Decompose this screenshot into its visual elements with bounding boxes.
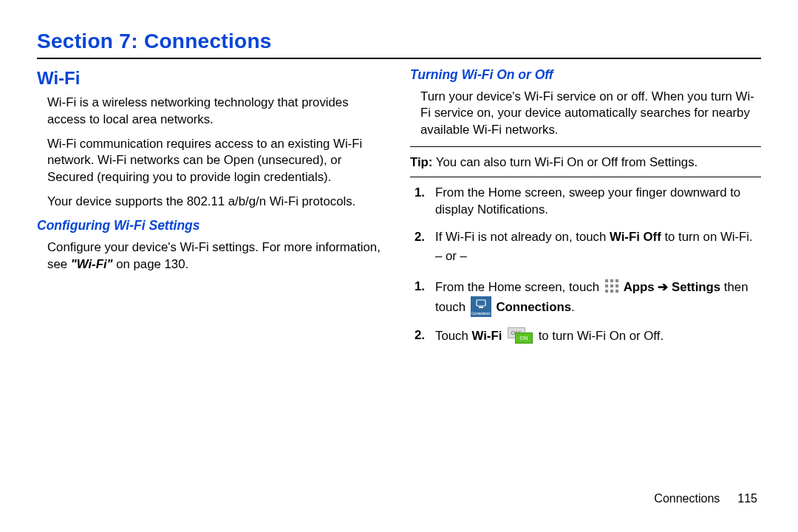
text-run: . [571, 300, 575, 314]
tip-rule-bottom [410, 177, 761, 177]
step-item: 1. From the Home screen, sweep your fing… [410, 185, 761, 218]
steps-list-b: 1. From the Home screen, touch Apps ➔ Se… [410, 279, 761, 344]
step-item: 1. From the Home screen, touch Apps ➔ Se… [410, 279, 761, 317]
svg-rect-5 [615, 284, 618, 287]
subheading-turning-on-off: Turning Wi-Fi On or Off [410, 66, 761, 84]
text-run: From the Home screen, touch [435, 280, 603, 294]
body-paragraph: Turn your device's Wi-Fi service on or o… [410, 89, 761, 139]
connections-tile-label: Connections [471, 311, 491, 316]
svg-rect-1 [610, 279, 613, 282]
body-paragraph: Wi-Fi communication requires access to a… [37, 136, 388, 186]
svg-rect-4 [610, 284, 613, 287]
tip-body: You can also turn Wi-Fi On or Off from S… [432, 155, 698, 169]
svg-rect-10 [479, 307, 483, 308]
ui-label: Apps [621, 280, 658, 294]
steps-list-a: 1. From the Home screen, sweep your fing… [410, 185, 761, 268]
section-title: Section 7: Connections [37, 30, 761, 53]
title-rule [37, 58, 761, 59]
step-item: 2. Touch Wi-Fi OFFON to turn Wi-Fi On or… [410, 327, 761, 345]
step-body: If Wi-Fi is not already on, touch Wi-Fi … [435, 229, 761, 268]
left-column: Wi-Fi Wi-Fi is a wireless networking tec… [37, 66, 388, 355]
two-column-layout: Wi-Fi Wi-Fi is a wireless networking tec… [37, 66, 761, 355]
connections-tile-icon: Connections [471, 296, 491, 317]
arrow-icon: ➔ [658, 280, 668, 294]
step-number: 1. [410, 185, 435, 218]
step-body: Touch Wi-Fi OFFON to turn Wi-Fi On or Of… [435, 327, 761, 345]
heading-wifi: Wi-Fi [37, 66, 388, 90]
step-number: 2. [410, 229, 435, 268]
step-item: 2. If Wi-Fi is not already on, touch Wi-… [410, 229, 761, 268]
text-run: If Wi-Fi is not already on, touch [435, 230, 610, 244]
body-paragraph: Configure your device's Wi-Fi settings. … [37, 239, 388, 273]
svg-rect-6 [605, 290, 608, 293]
text-run: to turn Wi-Fi On or Off. [535, 329, 664, 343]
apps-grid-icon [604, 279, 619, 293]
step-body: From the Home screen, sweep your finger … [435, 185, 761, 218]
page-footer: Connections115 [654, 492, 757, 505]
step-number: 2. [410, 327, 435, 345]
body-paragraph: Wi-Fi is a wireless networking technolog… [37, 95, 388, 128]
cross-ref: "Wi-Fi" [71, 257, 113, 271]
text-run: on page 130. [113, 257, 189, 271]
subheading-configuring: Configuring Wi-Fi Settings [37, 217, 388, 235]
tip-label: Tip: [410, 155, 432, 169]
wifi-toggle-icon: OFFON [508, 327, 533, 344]
svg-rect-2 [615, 279, 618, 282]
step-number: 1. [410, 279, 435, 317]
text-run: to turn on Wi-Fi. [661, 230, 753, 244]
page: Section 7: Connections Wi-Fi Wi-Fi is a … [0, 0, 798, 532]
toggle-on-segment: ON [515, 332, 533, 344]
body-paragraph: Your device supports the 802.11 a/b/g/n … [37, 194, 388, 211]
right-column: Turning Wi-Fi On or Off Turn your device… [410, 66, 761, 355]
svg-rect-8 [615, 290, 618, 293]
footer-section-label: Connections [654, 492, 720, 505]
svg-rect-9 [477, 300, 485, 306]
svg-rect-7 [610, 290, 613, 293]
text-run: Touch [435, 329, 471, 343]
tip-block: Tip: You can also turn Wi-Fi On or Off f… [410, 154, 761, 171]
svg-rect-0 [605, 279, 608, 282]
svg-rect-3 [605, 284, 608, 287]
footer-page-number: 115 [737, 492, 757, 505]
tip-rule-top [410, 146, 761, 147]
ui-label: Wi-Fi Off [610, 230, 661, 244]
ui-label: Settings [672, 280, 720, 294]
or-separator: – or – [435, 248, 761, 265]
ui-label: Connections [493, 300, 571, 314]
step-body: From the Home screen, touch Apps ➔ Setti… [435, 279, 761, 317]
ui-label: Wi-Fi [471, 329, 505, 343]
